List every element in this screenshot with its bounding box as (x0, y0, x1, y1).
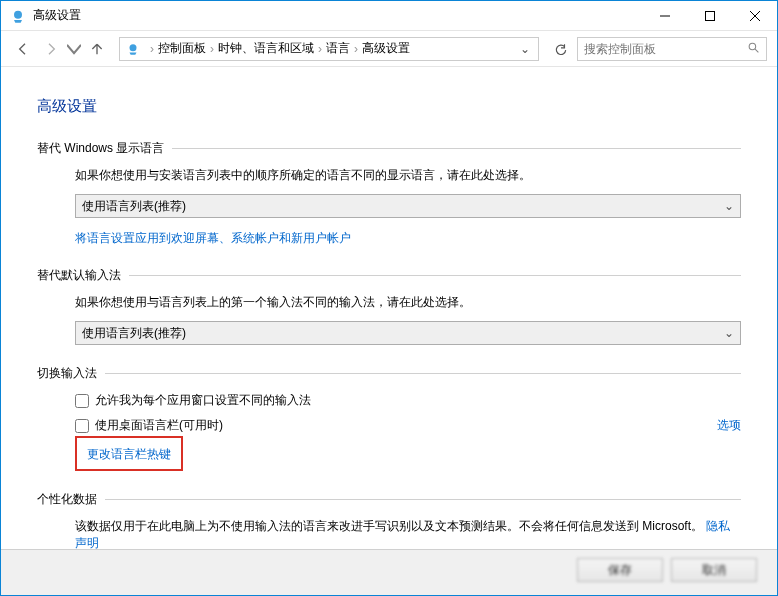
options-link[interactable]: 选项 (717, 417, 741, 434)
search-box[interactable] (577, 37, 767, 61)
content-area: 高级设置 替代 Windows 显示语言 如果你想使用与安装语言列表中的顺序所确… (1, 67, 777, 549)
section-display-language: 替代 Windows 显示语言 如果你想使用与安装语言列表中的顺序所确定的语言不… (37, 140, 741, 247)
chevron-right-icon: › (206, 42, 218, 56)
app-icon (9, 7, 27, 25)
breadcrumb-root[interactable]: 控制面板 (158, 40, 206, 57)
maximize-button[interactable] (687, 1, 732, 31)
titlebar: 高级设置 (1, 1, 777, 31)
per-app-checkbox-row[interactable]: 允许我为每个应用窗口设置不同的输入法 (75, 392, 741, 409)
section-desc: 该数据仅用于在此电脑上为不使用输入法的语言来改进手写识别以及文本预测结果。不会将… (75, 518, 741, 549)
forward-button[interactable] (39, 37, 63, 61)
select-value: 使用语言列表(推荐) (82, 198, 186, 215)
breadcrumb-level2[interactable]: 语言 (326, 40, 350, 57)
chevron-right-icon: › (350, 42, 362, 56)
per-app-checkbox[interactable] (75, 394, 89, 408)
section-title: 个性化数据 (37, 491, 97, 508)
breadcrumb-current[interactable]: 高级设置 (362, 40, 410, 57)
change-hotkey-link[interactable]: 更改语言栏热键 (87, 447, 171, 461)
section-default-input: 替代默认输入法 如果你想使用与语言列表上的第一个输入法不同的输入法，请在此处选择… (37, 267, 741, 345)
recent-dropdown-icon[interactable] (67, 37, 81, 61)
svg-line-7 (755, 49, 758, 52)
back-button[interactable] (11, 37, 35, 61)
chevron-right-icon: › (314, 42, 326, 56)
desc-text: 该数据仅用于在此电脑上为不使用输入法的语言来改进手写识别以及文本预测结果。不会将… (75, 519, 703, 533)
chevron-down-icon[interactable]: ⌄ (516, 42, 534, 56)
section-switch-input: 切换输入法 允许我为每个应用窗口设置不同的输入法 使用桌面语言栏(可用时) 选项… (37, 365, 741, 471)
minimize-button[interactable] (642, 1, 687, 31)
up-button[interactable] (85, 37, 109, 61)
section-desc: 如果你想使用与语言列表上的第一个输入法不同的输入法，请在此处选择。 (75, 294, 741, 311)
close-button[interactable] (732, 1, 777, 31)
hotkey-link-highlight: 更改语言栏热键 (75, 436, 183, 471)
refresh-button[interactable] (549, 37, 573, 61)
section-title: 切换输入法 (37, 365, 97, 382)
search-icon[interactable] (747, 41, 760, 57)
section-personal-data: 个性化数据 该数据仅用于在此电脑上为不使用输入法的语言来改进手写识别以及文本预测… (37, 491, 741, 549)
divider (129, 275, 741, 276)
divider (172, 148, 741, 149)
section-title: 替代默认输入法 (37, 267, 121, 284)
cancel-button[interactable]: 取消 (671, 558, 757, 582)
window-title: 高级设置 (33, 7, 642, 24)
desktop-langbar-checkbox[interactable] (75, 419, 89, 433)
breadcrumb-level1[interactable]: 时钟、语言和区域 (218, 40, 314, 57)
checkbox-label: 使用桌面语言栏(可用时) (95, 417, 223, 434)
display-language-select[interactable]: 使用语言列表(推荐) ⌄ (75, 194, 741, 218)
footer: 保存 取消 (1, 549, 777, 595)
section-desc: 如果你想使用与安装语言列表中的顺序所确定的语言不同的显示语言，请在此处选择。 (75, 167, 741, 184)
control-panel-icon (124, 40, 142, 58)
svg-point-6 (749, 43, 756, 50)
section-title: 替代 Windows 显示语言 (37, 140, 164, 157)
checkbox-label: 允许我为每个应用窗口设置不同的输入法 (95, 392, 311, 409)
navbar: › 控制面板 › 时钟、语言和区域 › 语言 › 高级设置 ⌄ (1, 31, 777, 67)
chevron-down-icon: ⌄ (724, 199, 734, 213)
svg-rect-2 (705, 11, 714, 20)
apply-welcome-link[interactable]: 将语言设置应用到欢迎屏幕、系统帐户和新用户帐户 (75, 231, 351, 245)
breadcrumb[interactable]: › 控制面板 › 时钟、语言和区域 › 语言 › 高级设置 ⌄ (119, 37, 539, 61)
svg-point-5 (130, 44, 137, 51)
chevron-down-icon: ⌄ (724, 326, 734, 340)
default-input-select[interactable]: 使用语言列表(推荐) ⌄ (75, 321, 741, 345)
chevron-right-icon: › (146, 42, 158, 56)
divider (105, 499, 741, 500)
select-value: 使用语言列表(推荐) (82, 325, 186, 342)
search-input[interactable] (584, 42, 747, 56)
divider (105, 373, 741, 374)
page-title: 高级设置 (37, 97, 741, 116)
save-button[interactable]: 保存 (577, 558, 663, 582)
svg-point-0 (14, 10, 22, 18)
desktop-langbar-checkbox-row[interactable]: 使用桌面语言栏(可用时) (75, 417, 223, 434)
